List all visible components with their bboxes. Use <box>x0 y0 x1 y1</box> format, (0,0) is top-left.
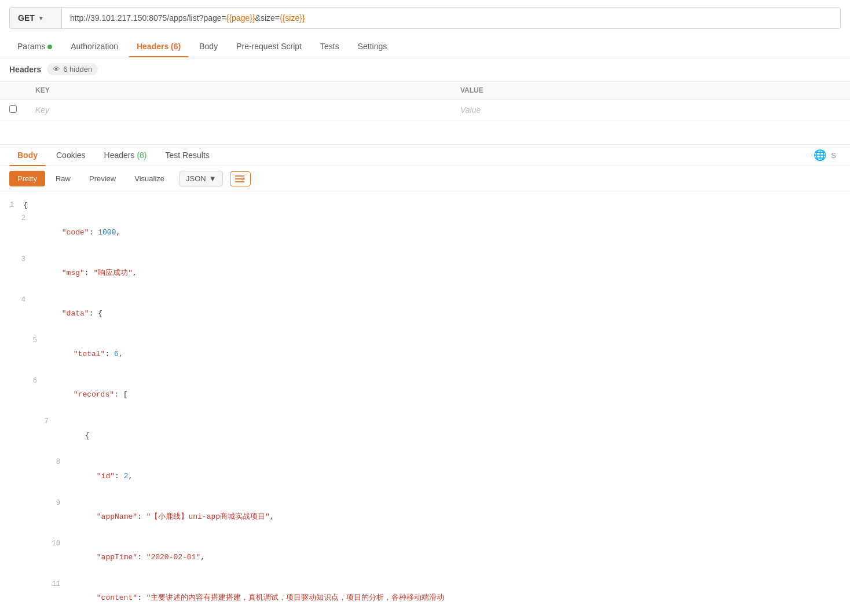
line-content-2: "code": 1000, <box>35 212 850 252</box>
line-content-1: { <box>23 199 850 212</box>
json-line-2: 2 "code": 1000, <box>0 212 850 252</box>
resp-toolbar: 🌐 S <box>814 149 841 162</box>
line-content-8: "id": 2, <box>69 456 850 496</box>
json-line-6: 6 "records": [ <box>0 375 850 415</box>
line-num-4: 4 <box>12 294 35 307</box>
line-content-7: { <box>58 415 850 456</box>
json-viewer: 1 { 2 "code": 1000, 3 "msg": "响应成功", 4 "… <box>0 192 850 616</box>
tab-prerequest[interactable]: Pre-request Script <box>228 36 310 57</box>
json-line-10: 10 "appTime": "2020-02-01", <box>0 537 850 578</box>
headers-section-header: Headers 👁 6 hidden <box>0 57 850 81</box>
url-static-part: http://39.101.217.150:8075/apps/list?pag… <box>70 13 226 23</box>
hidden-count-label: 6 hidden <box>63 65 92 74</box>
line-num-7: 7 <box>35 415 58 428</box>
tab-tests[interactable]: Tests <box>312 36 347 57</box>
tab-params[interactable]: Params <box>9 36 60 57</box>
checkbox-col-header <box>0 82 26 100</box>
globe-icon[interactable]: 🌐 <box>814 149 826 162</box>
line-num-5: 5 <box>23 334 46 347</box>
headers-table: KEY VALUE Key Value <box>0 81 850 121</box>
line-content-10: "appTime": "2020-02-01", <box>69 537 850 578</box>
json-line-11: 11 "content": "主要讲述的内容有搭建搭建，真机调试，项目驱动知识点… <box>0 578 850 616</box>
url-bar: GET ▼ http://39.101.217.150:8075/apps/li… <box>9 7 841 29</box>
line-num-9: 9 <box>46 497 69 510</box>
row-checkbox[interactable] <box>0 100 26 121</box>
line-content-4: "data": { <box>35 294 850 334</box>
response-tabs: Body Cookies Headers (8) Test Results 🌐 … <box>0 145 850 166</box>
row-checkbox-input[interactable] <box>9 105 17 113</box>
raw-btn[interactable]: Raw <box>47 171 79 186</box>
url-mid-part: &size= <box>255 13 280 23</box>
save-button[interactable]: S <box>831 151 836 160</box>
value-input-cell[interactable]: Value <box>451 100 850 121</box>
line-num-6: 6 <box>23 375 46 388</box>
preview-btn[interactable]: Preview <box>81 171 124 186</box>
line-content-6: "records": [ <box>46 375 850 415</box>
tab-body[interactable]: Body <box>191 36 226 57</box>
line-num-3: 3 <box>12 253 35 266</box>
json-line-3: 3 "msg": "响应成功", <box>0 253 850 294</box>
tab-headers[interactable]: Headers (6) <box>129 36 189 57</box>
line-num-8: 8 <box>46 456 69 469</box>
request-tabs: Params Authorization Headers (6) Body Pr… <box>0 36 850 57</box>
key-placeholder: Key <box>35 105 49 115</box>
tab-settings[interactable]: Settings <box>350 36 395 57</box>
headers-section-title: Headers <box>9 65 41 74</box>
hidden-toggle[interactable]: 👁 6 hidden <box>47 63 98 75</box>
line-num-10: 10 <box>46 537 69 551</box>
resp-tab-cookies[interactable]: Cookies <box>48 145 94 166</box>
visualize-btn[interactable]: Visualize <box>126 171 173 186</box>
line-content-9: "appName": "【小鹿线】uni-app商城实战项目", <box>69 497 850 537</box>
json-line-9: 9 "appName": "【小鹿线】uni-app商城实战项目", <box>0 497 850 537</box>
resp-tab-body[interactable]: Body <box>9 145 46 166</box>
format-chevron-icon: ▼ <box>209 174 217 183</box>
key-input-cell[interactable]: Key <box>26 100 451 121</box>
wrap-toggle-btn[interactable] <box>230 171 251 186</box>
headers-count-badge: (6) <box>171 42 181 51</box>
method-dropdown[interactable]: GET ▼ <box>10 8 62 28</box>
line-num-2: 2 <box>12 212 35 225</box>
url-param1: {{page}} <box>226 13 255 23</box>
method-label: GET <box>18 13 35 23</box>
key-col-header: KEY <box>26 82 451 100</box>
tab-authorization[interactable]: Authorization <box>63 36 126 57</box>
pretty-btn[interactable]: Pretty <box>9 171 45 186</box>
resp-headers-count: (8) <box>137 151 146 160</box>
value-col-header: VALUE <box>451 82 850 100</box>
params-dot <box>47 45 52 49</box>
wrap-icon <box>235 175 246 183</box>
format-select[interactable]: JSON ▼ <box>179 171 223 186</box>
json-line-5: 5 "total": 6, <box>0 334 850 375</box>
json-line-4: 4 "data": { <box>0 294 850 334</box>
view-mode-bar: Pretty Raw Preview Visualize JSON ▼ <box>0 166 850 192</box>
line-content-5: "total": 6, <box>46 334 850 375</box>
line-content-11: "content": "主要讲述的内容有搭建搭建，真机调试，项目驱动知识点，项目… <box>69 578 850 616</box>
chevron-down-icon: ▼ <box>38 15 44 21</box>
url-param2: {{size}} <box>280 13 305 23</box>
format-label: JSON <box>186 174 206 183</box>
line-num-11: 11 <box>46 578 69 591</box>
table-row: Key Value <box>0 100 850 121</box>
eye-icon: 👁 <box>53 65 60 74</box>
resp-tab-headers[interactable]: Headers (8) <box>96 145 155 166</box>
value-placeholder: Value <box>460 105 481 115</box>
json-line-7: 7 { <box>0 415 850 456</box>
json-line-1: 1 { <box>0 199 850 212</box>
url-display[interactable]: http://39.101.217.150:8075/apps/list?pag… <box>62 8 840 28</box>
resp-tab-test-results[interactable]: Test Results <box>157 145 218 166</box>
line-num-1: 1 <box>0 199 23 212</box>
json-line-8: 8 "id": 2, <box>0 456 850 496</box>
line-content-3: "msg": "响应成功", <box>35 253 850 294</box>
